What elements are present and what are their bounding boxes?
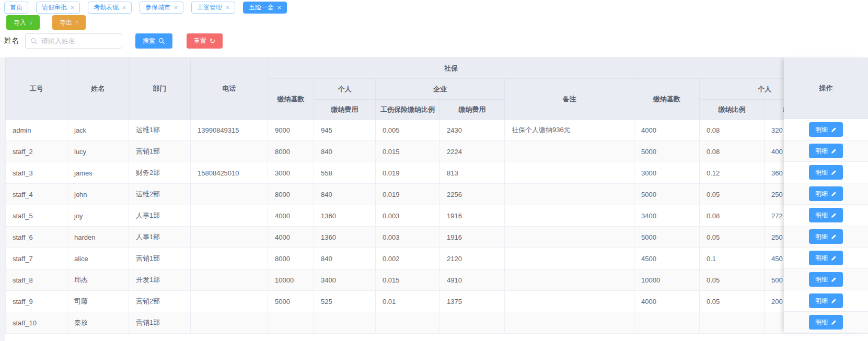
table-cell: 945 <box>314 120 376 141</box>
table-cell: 1360 <box>314 205 376 227</box>
table-cell <box>505 162 634 184</box>
detail-button-label: 明细 <box>815 168 828 177</box>
arrow-up-icon: ↑ <box>75 19 78 26</box>
table-cell: 4000 <box>268 205 314 227</box>
table-cell: staff_9 <box>6 291 67 312</box>
close-icon[interactable]: × <box>174 5 178 11</box>
table-cell: 8000 <box>268 141 314 162</box>
table-cell <box>440 312 505 334</box>
col-header-pay-base: 缴纳基数 <box>268 79 314 120</box>
table-scroll-area[interactable]: 工号 姓名 部门 电话 社保 缴纳基数 个人 企业 备注 缴纳基数 个人 <box>5 57 868 341</box>
table-cell: staff_5 <box>6 205 67 227</box>
col-header-dept: 部门 <box>129 58 191 120</box>
table-cell: 8000 <box>268 248 314 269</box>
detail-button[interactable]: 明细 <box>809 315 843 330</box>
detail-button[interactable]: 明细 <box>809 122 843 137</box>
name-search-input[interactable] <box>26 34 122 48</box>
detail-button[interactable]: 明细 <box>809 165 843 180</box>
detail-button[interactable]: 明细 <box>809 272 843 287</box>
table-cell: staff_4 <box>6 184 67 205</box>
table-cell: 813 <box>440 162 505 184</box>
edit-pencil-icon <box>831 191 837 197</box>
table-row: staff_4john运维2部80008400.019225650000.052… <box>6 184 868 205</box>
close-icon[interactable]: × <box>122 5 126 11</box>
tab-五险一金[interactable]: 五险一金× <box>243 2 287 14</box>
table-cell: 4000 <box>634 120 700 141</box>
table-cell <box>505 312 634 334</box>
table-cell: 0.003 <box>376 205 440 227</box>
table-cell: 0.05 <box>700 184 765 205</box>
search-icon <box>158 38 165 44</box>
detail-button[interactable]: 明细 <box>809 208 843 222</box>
table-cell: 840 <box>314 248 376 269</box>
table-cell: 840 <box>314 141 376 162</box>
export-button[interactable]: 导出 ↑ <box>52 15 86 30</box>
tab-请假审批[interactable]: 请假审批× <box>36 2 80 14</box>
col-header-name: 姓名 <box>67 58 129 120</box>
tab-首页[interactable]: 首页 <box>4 2 28 14</box>
tab-考勤表现[interactable]: 考勤表现× <box>88 2 132 14</box>
table-cell <box>191 184 268 205</box>
table-row: staff_10秦放营销1部 <box>6 312 868 334</box>
search-button-label: 搜索 <box>143 37 155 45</box>
detail-button[interactable]: 明细 <box>809 186 843 201</box>
table-cell: 3000 <box>268 162 314 184</box>
detail-button[interactable]: 明细 <box>809 144 843 158</box>
action-cell: 明细 <box>784 248 868 269</box>
table-cell: 10000 <box>634 269 700 291</box>
table-cell <box>505 269 634 291</box>
table-row: staff_2lucy营销1部80008400.015222450000.084… <box>6 141 868 162</box>
tab-label: 参保城市 <box>145 3 170 12</box>
table-cell: 3400 <box>634 205 700 227</box>
detail-button-label: 明细 <box>815 147 828 156</box>
table-cell: 开发1部 <box>129 269 191 291</box>
col-header-action: 操作 <box>784 57 868 119</box>
table-cell <box>505 248 634 269</box>
table-cell: 0.002 <box>376 248 440 269</box>
table-cell: 3400 <box>314 269 376 291</box>
close-icon[interactable]: × <box>277 5 281 11</box>
table-cell: 1916 <box>440 205 505 227</box>
action-cell: 明细 <box>784 183 868 205</box>
table-cell: 0.015 <box>376 269 440 291</box>
col-header-emp-no: 工号 <box>6 58 67 120</box>
table-row: staff_3james财务2部1580842501030005580.0198… <box>6 162 868 184</box>
table-cell: 0.08 <box>700 120 765 141</box>
tab-参保城市[interactable]: 参保城市× <box>140 2 183 14</box>
table-cell: 1916 <box>440 227 505 248</box>
detail-button[interactable]: 明细 <box>809 251 843 265</box>
edit-pencil-icon <box>831 255 837 261</box>
table-cell: 营销1部 <box>129 312 191 334</box>
edit-pencil-icon <box>831 170 837 175</box>
table-cell <box>314 312 376 334</box>
close-icon[interactable]: × <box>71 5 74 11</box>
table-cell: 2430 <box>440 120 505 141</box>
table-cell: staff_6 <box>6 227 67 248</box>
table-row: staff_9司藤营销2部50005250.01137540000.05200 <box>6 291 868 312</box>
import-button[interactable]: 导入 ↓ <box>6 15 40 30</box>
table-cell: 0.019 <box>376 184 440 205</box>
col-header-pay-base-2: 缴纳基数 <box>634 79 700 120</box>
search-button[interactable]: 搜索 <box>135 33 172 49</box>
table-cell: 5000 <box>634 184 700 205</box>
reset-button[interactable]: 重置 ↻ <box>187 33 223 49</box>
table-cell <box>191 312 268 334</box>
table-cell: 9000 <box>268 120 314 141</box>
table-cell: 人事1部 <box>129 227 191 248</box>
edit-pencil-icon <box>831 148 837 154</box>
table-cell: harden <box>67 227 129 248</box>
table-cell: 社保个人缴纳936元 <box>505 120 634 141</box>
action-cell: 明细 <box>784 140 868 162</box>
col-header-pay-rate: 缴纳比例 <box>700 100 765 120</box>
detail-button[interactable]: 明细 <box>809 229 843 244</box>
table-cell: 0.05 <box>700 291 765 312</box>
close-icon[interactable]: × <box>226 5 229 11</box>
table-cell <box>191 269 268 291</box>
table-cell: jack <box>67 120 129 141</box>
detail-button[interactable]: 明细 <box>809 293 843 308</box>
table-cell: 4000 <box>268 227 314 248</box>
name-search-field <box>25 33 122 49</box>
tab-工资管理[interactable]: 工资管理× <box>191 2 235 14</box>
five-insurance-table: 工号 姓名 部门 电话 社保 缴纳基数 个人 企业 备注 缴纳基数 个人 <box>5 57 868 334</box>
table-cell <box>505 291 634 312</box>
